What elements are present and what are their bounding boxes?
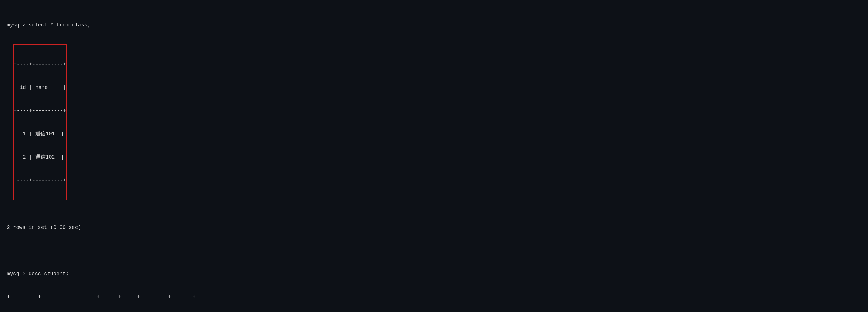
- rowcount1-line: 2 rows in set (0.00 sec): [7, 224, 861, 231]
- cmd1-line: mysql> select * from class;: [7, 21, 861, 29]
- terminal: mysql> select * from class; +----+------…: [7, 6, 861, 312]
- row2-line: | 2 | 通信102 |: [14, 153, 66, 161]
- desc-sep1-line: +---------+------------------+------+---…: [7, 293, 861, 301]
- blank1-line: [7, 247, 861, 255]
- sep1-line: +----+----------+: [14, 60, 66, 68]
- hdr1-line: | id | name |: [14, 84, 66, 91]
- sep2-line: +----+----------+: [14, 107, 66, 115]
- row1-line: | 1 | 通信101 |: [14, 130, 66, 138]
- cmd2-line: mysql> desc student;: [7, 270, 861, 278]
- sep3-line: +----+----------+: [14, 177, 66, 185]
